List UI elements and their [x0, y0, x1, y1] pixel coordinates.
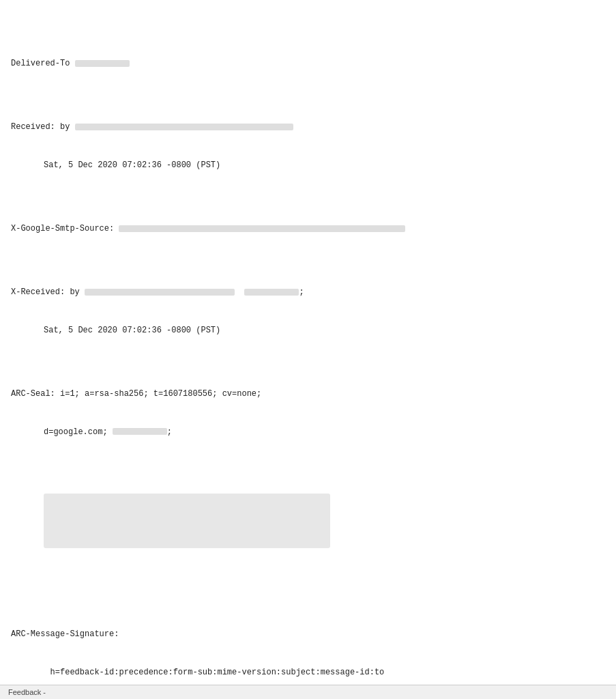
header-received-date-1: Sat, 5 Dec 2020 07:02:36 -0800 (PST) [11, 159, 605, 172]
redacted-block-1 [44, 494, 330, 548]
redacted-value [244, 289, 299, 296]
header-arc-msg-sig: ARC-Message-Signature: [11, 628, 605, 641]
header-arc-seal-d: d=google.com; ; [11, 426, 605, 439]
footer-text: Feedback - [8, 688, 46, 696]
header-delivered-to: Delivered-To [11, 57, 605, 70]
header-x-received-date: Sat, 5 Dec 2020 07:02:36 -0800 (PST) [11, 324, 605, 337]
redacted-value [75, 60, 130, 67]
redacted-value [113, 428, 167, 435]
header-x-google-smtp: X-Google-Smtp-Source: [11, 223, 605, 236]
email-header-view: Delivered-To Received: by Sat, 5 Dec 202… [11, 7, 605, 699]
header-arc-msg-sig-h: h=feedback-id:precedence:form-sub:mime-v… [11, 666, 605, 679]
footer-bar: Feedback - [0, 685, 616, 699]
header-arc-seal: ARC-Seal: i=1; a=rsa-sha256; t=160718055… [11, 388, 605, 401]
redacted-value [119, 225, 405, 232]
redacted-value [85, 289, 235, 296]
header-received-1: Received: by [11, 121, 605, 134]
header-x-received: X-Received: by ; [11, 286, 605, 299]
redacted-value [75, 124, 293, 130]
